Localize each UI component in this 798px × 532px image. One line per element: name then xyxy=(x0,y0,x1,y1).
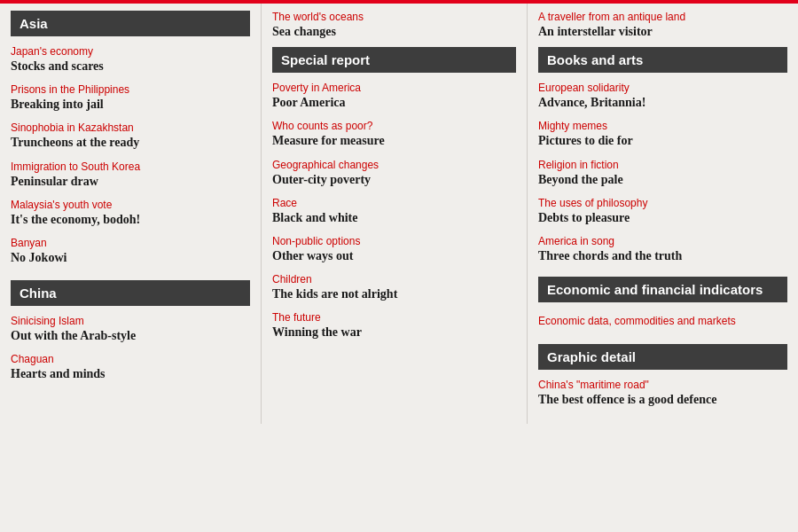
item-title: It's the economy, bodoh! xyxy=(11,213,140,226)
item-title: Three chords and the truth xyxy=(538,249,682,262)
item-subtitle[interactable]: China's "maritime road" xyxy=(538,379,787,391)
section-header-books-arts: Books and arts xyxy=(538,47,787,73)
item-subtitle[interactable]: Prisons in the Philippines xyxy=(11,83,250,96)
list-item: Geographical changes Outer-city poverty xyxy=(272,159,516,188)
item-title: The best offence is a good defence xyxy=(538,393,716,406)
economic-link[interactable]: Economic data, commodities and markets xyxy=(538,315,787,327)
item-subtitle[interactable]: Malaysia's youth vote xyxy=(11,199,250,211)
list-item: European solidarity Advance, Britannia! xyxy=(538,82,787,111)
item-subtitle[interactable]: Non-public options xyxy=(272,235,516,247)
list-item: Mighty memes Pictures to die for xyxy=(538,120,787,149)
list-item: Prisons in the Philippines Breaking into… xyxy=(11,83,250,113)
item-subtitle[interactable]: America in song xyxy=(538,235,787,247)
list-item: Who counts as poor? Measure for measure xyxy=(272,120,516,149)
item-title: Truncheons at the ready xyxy=(11,136,139,149)
list-item: Race Black and white xyxy=(272,197,516,226)
item-subtitle[interactable]: Religion in fiction xyxy=(538,159,787,171)
right-partial: A traveller from an antique land An inte… xyxy=(538,11,787,40)
item-subtitle[interactable]: Poverty in America xyxy=(272,82,516,94)
item-title: Beyond the pale xyxy=(538,173,623,186)
item-subtitle[interactable]: Sinophobia in Kazakhstan xyxy=(11,121,250,134)
item-subtitle[interactable]: Banyan xyxy=(11,237,250,249)
section-graphic-detail: Graphic detail China's "maritime road" T… xyxy=(538,344,787,408)
item-subtitle[interactable]: The future xyxy=(272,311,516,324)
item-title: Winning the war xyxy=(272,325,362,339)
item-subtitle[interactable]: European solidarity xyxy=(538,82,787,94)
item-subtitle[interactable]: Who counts as poor? xyxy=(272,120,516,132)
list-item: China's "maritime road" The best offence… xyxy=(538,379,787,408)
item-subtitle[interactable]: Geographical changes xyxy=(272,159,516,171)
section-china: China Sinicising Islam Out with the Arab… xyxy=(11,280,250,382)
list-item: Malaysia's youth vote It's the economy, … xyxy=(11,199,250,228)
list-item: Chaguan Hearts and minds xyxy=(11,353,250,382)
list-item: The future Winning the war xyxy=(272,311,516,340)
item-title: Peninsular draw xyxy=(11,175,98,188)
section-asia: Asia Japan's economy Stocks and scares P… xyxy=(11,11,250,266)
section-books-arts: Books and arts European solidarity Advan… xyxy=(538,47,787,264)
middle-column: The world's oceans Sea changes Special r… xyxy=(262,4,528,424)
item-subtitle[interactable]: The world's oceans xyxy=(272,11,516,23)
section-special-report: Special report Poverty in America Poor A… xyxy=(272,47,516,340)
left-column: Asia Japan's economy Stocks and scares P… xyxy=(0,4,262,424)
item-subtitle[interactable]: Japan's economy xyxy=(11,45,250,58)
list-item: Religion in fiction Beyond the pale xyxy=(538,159,787,188)
list-item: Sinicising Islam Out with the Arab-style xyxy=(11,315,250,344)
list-item: Poverty in America Poor America xyxy=(272,82,516,111)
list-item: Immigration to South Korea Peninsular dr… xyxy=(11,160,250,190)
section-header-special-report: Special report xyxy=(272,47,516,73)
item-title: An interstellar visitor xyxy=(538,24,787,40)
section-economic: Economic and financial indicators Econom… xyxy=(538,277,787,332)
item-title: Advance, Britannia! xyxy=(538,96,645,109)
item-title: No Jokowi xyxy=(11,251,66,264)
item-subtitle[interactable]: A traveller from an antique land xyxy=(538,11,787,23)
item-title: Black and white xyxy=(272,211,357,224)
item-title: Poor America xyxy=(272,96,346,109)
item-title: Hearts and minds xyxy=(11,367,106,380)
right-column: A traveller from an antique land An inte… xyxy=(528,4,798,424)
item-subtitle[interactable]: Sinicising Islam xyxy=(11,315,250,327)
main-layout: Asia Japan's economy Stocks and scares P… xyxy=(0,4,798,424)
item-subtitle[interactable]: Race xyxy=(272,197,516,209)
item-title: Debts to pleasure xyxy=(538,211,630,224)
item-title: Other ways out xyxy=(272,249,354,262)
section-header-asia: Asia xyxy=(11,11,250,36)
item-subtitle[interactable]: Immigration to South Korea xyxy=(11,160,250,173)
list-item: Non-public options Other ways out xyxy=(272,235,516,264)
item-title: Measure for measure xyxy=(272,134,385,147)
item-subtitle[interactable]: Chaguan xyxy=(11,353,250,365)
list-item: Japan's economy Stocks and scares xyxy=(11,45,250,74)
list-item: Banyan No Jokowi xyxy=(11,237,250,266)
list-item: America in song Three chords and the tru… xyxy=(538,235,787,264)
item-subtitle[interactable]: Children xyxy=(272,273,516,286)
item-title: Stocks and scares xyxy=(11,59,104,73)
item-title: Outer-city poverty xyxy=(272,173,371,186)
section-header-china: China xyxy=(11,280,250,306)
list-item: Children The kids are not alright xyxy=(272,273,516,302)
item-title: Breaking into jail xyxy=(11,98,104,111)
section-header-graphic-detail: Graphic detail xyxy=(538,344,787,370)
list-item: The uses of philosophy Debts to pleasure xyxy=(538,197,787,226)
section-header-economic: Economic and financial indicators xyxy=(538,277,787,302)
item-title: Sea changes xyxy=(272,24,516,40)
list-item: Sinophobia in Kazakhstan Truncheons at t… xyxy=(11,121,250,151)
item-subtitle[interactable]: Mighty memes xyxy=(538,120,787,132)
item-subtitle[interactable]: The uses of philosophy xyxy=(538,197,787,209)
item-title: Pictures to die for xyxy=(538,134,633,147)
item-title: The kids are not alright xyxy=(272,287,397,301)
item-title: Out with the Arab-style xyxy=(11,329,136,342)
middle-partial: The world's oceans Sea changes xyxy=(272,11,516,40)
